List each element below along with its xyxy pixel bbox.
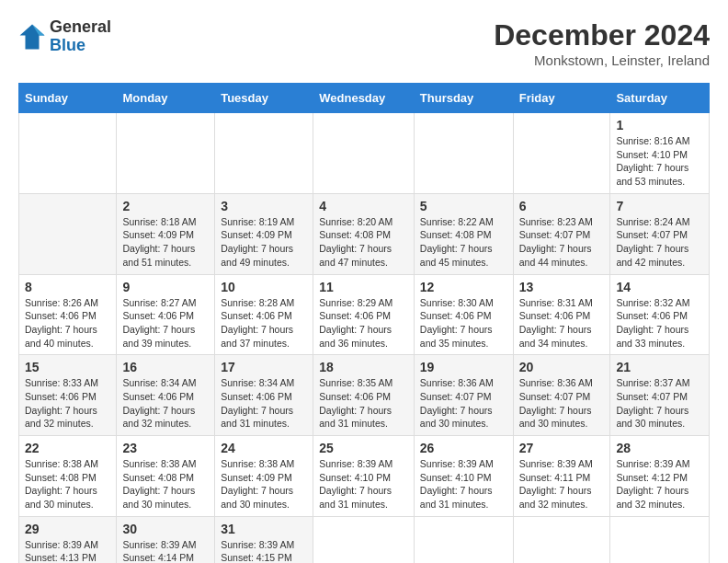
day-info: Sunrise: 8:39 AMSunset: 4:12 PMDaylight:… xyxy=(616,457,703,511)
day-info: Sunrise: 8:34 AMSunset: 4:06 PMDaylight:… xyxy=(122,376,209,431)
weekday-header: Friday xyxy=(513,84,610,113)
calendar-cell: 10 Sunrise: 8:28 AMSunset: 4:06 PMDaylig… xyxy=(215,274,313,355)
calendar-cell: 11 Sunrise: 8:29 AMSunset: 4:06 PMDaylig… xyxy=(313,274,415,355)
day-number: 29 xyxy=(25,522,110,536)
day-number: 25 xyxy=(319,441,408,455)
calendar-header-row: SundayMondayTuesdayWednesdayThursdayFrid… xyxy=(19,84,710,113)
calendar-cell: 5 Sunrise: 8:22 AMSunset: 4:08 PMDayligh… xyxy=(414,193,513,274)
day-number: 4 xyxy=(319,199,408,213)
logo-icon xyxy=(18,23,46,51)
day-number: 9 xyxy=(122,280,209,294)
day-number: 3 xyxy=(221,199,307,213)
day-number: 20 xyxy=(519,360,605,374)
weekday-header: Wednesday xyxy=(313,84,415,113)
calendar-cell: 20 Sunrise: 8:36 AMSunset: 4:07 PMDaylig… xyxy=(513,355,610,436)
day-info: Sunrise: 8:39 AMSunset: 4:13 PMDaylight:… xyxy=(25,538,110,563)
calendar-week-row: 1 Sunrise: 8:16 AMSunset: 4:10 PMDayligh… xyxy=(19,113,710,194)
day-number: 22 xyxy=(25,441,110,455)
calendar-cell-empty xyxy=(19,193,117,274)
calendar-week-row: 8 Sunrise: 8:26 AMSunset: 4:06 PMDayligh… xyxy=(19,274,710,355)
day-info: Sunrise: 8:38 AMSunset: 4:08 PMDaylight:… xyxy=(25,457,110,511)
calendar-cell: 29 Sunrise: 8:39 AMSunset: 4:13 PMDaylig… xyxy=(19,516,117,563)
weekday-header: Sunday xyxy=(19,84,117,113)
title-area: December 2024 Monkstown, Leinster, Irela… xyxy=(494,18,710,68)
day-info: Sunrise: 8:30 AMSunset: 4:06 PMDaylight:… xyxy=(420,296,507,350)
svg-marker-0 xyxy=(20,24,45,49)
calendar-cell: 23 Sunrise: 8:38 AMSunset: 4:08 PMDaylig… xyxy=(117,436,215,517)
weekday-header: Thursday xyxy=(414,84,513,113)
calendar-week-row: 29 Sunrise: 8:39 AMSunset: 4:13 PMDaylig… xyxy=(19,516,710,563)
month-title: December 2024 xyxy=(494,18,710,52)
logo-general: General xyxy=(50,18,111,37)
day-number: 19 xyxy=(420,360,507,374)
day-info: Sunrise: 8:24 AMSunset: 4:07 PMDaylight:… xyxy=(616,215,703,270)
day-info: Sunrise: 8:28 AMSunset: 4:06 PMDaylight:… xyxy=(221,296,307,350)
day-number: 16 xyxy=(122,360,209,374)
day-number: 26 xyxy=(420,441,507,455)
day-info: Sunrise: 8:22 AMSunset: 4:08 PMDaylight:… xyxy=(420,215,507,270)
day-info: Sunrise: 8:37 AMSunset: 4:07 PMDaylight:… xyxy=(616,376,703,431)
day-number: 6 xyxy=(519,199,605,213)
calendar-week-row: 22 Sunrise: 8:38 AMSunset: 4:08 PMDaylig… xyxy=(19,436,710,517)
calendar-cell-empty xyxy=(117,113,215,194)
day-info: Sunrise: 8:19 AMSunset: 4:09 PMDaylight:… xyxy=(221,215,307,270)
day-info: Sunrise: 8:39 AMSunset: 4:10 PMDaylight:… xyxy=(319,457,408,511)
logo-blue: Blue xyxy=(50,37,111,55)
calendar-cell-empty xyxy=(313,516,415,563)
weekday-header: Monday xyxy=(117,84,215,113)
day-number: 1 xyxy=(616,118,703,132)
calendar-cell-empty xyxy=(19,113,117,194)
calendar-cell: 26 Sunrise: 8:39 AMSunset: 4:10 PMDaylig… xyxy=(414,436,513,517)
calendar-cell: 19 Sunrise: 8:36 AMSunset: 4:07 PMDaylig… xyxy=(414,355,513,436)
day-number: 18 xyxy=(319,360,408,374)
calendar-cell-empty xyxy=(414,113,513,194)
day-info: Sunrise: 8:39 AMSunset: 4:11 PMDaylight:… xyxy=(519,457,605,511)
day-number: 2 xyxy=(122,199,209,213)
calendar-table: SundayMondayTuesdayWednesdayThursdayFrid… xyxy=(18,83,710,563)
calendar-cell: 8 Sunrise: 8:26 AMSunset: 4:06 PMDayligh… xyxy=(19,274,117,355)
day-number: 11 xyxy=(319,280,408,294)
day-info: Sunrise: 8:36 AMSunset: 4:07 PMDaylight:… xyxy=(420,376,507,431)
day-info: Sunrise: 8:29 AMSunset: 4:06 PMDaylight:… xyxy=(319,296,408,350)
day-number: 24 xyxy=(221,441,307,455)
day-number: 8 xyxy=(25,280,110,294)
logo-text: General Blue xyxy=(50,18,111,55)
day-number: 23 xyxy=(122,441,209,455)
calendar-cell: 17 Sunrise: 8:34 AMSunset: 4:06 PMDaylig… xyxy=(215,355,313,436)
calendar-week-row: 2 Sunrise: 8:18 AMSunset: 4:09 PMDayligh… xyxy=(19,193,710,274)
calendar-cell: 24 Sunrise: 8:38 AMSunset: 4:09 PMDaylig… xyxy=(215,436,313,517)
calendar-cell: 16 Sunrise: 8:34 AMSunset: 4:06 PMDaylig… xyxy=(117,355,215,436)
calendar-cell: 6 Sunrise: 8:23 AMSunset: 4:07 PMDayligh… xyxy=(513,193,610,274)
location: Monkstown, Leinster, Ireland xyxy=(494,52,710,68)
day-number: 28 xyxy=(616,441,703,455)
calendar-cell: 21 Sunrise: 8:37 AMSunset: 4:07 PMDaylig… xyxy=(610,355,710,436)
day-info: Sunrise: 8:39 AMSunset: 4:10 PMDaylight:… xyxy=(420,457,507,511)
day-number: 30 xyxy=(122,522,209,536)
day-number: 10 xyxy=(221,280,307,294)
calendar-cell: 22 Sunrise: 8:38 AMSunset: 4:08 PMDaylig… xyxy=(19,436,117,517)
calendar-cell-empty xyxy=(215,113,313,194)
calendar-cell: 18 Sunrise: 8:35 AMSunset: 4:06 PMDaylig… xyxy=(313,355,415,436)
day-info: Sunrise: 8:38 AMSunset: 4:08 PMDaylight:… xyxy=(122,457,209,511)
day-number: 17 xyxy=(221,360,307,374)
page-header: General Blue December 2024 Monkstown, Le… xyxy=(18,18,710,68)
day-info: Sunrise: 8:16 AMSunset: 4:10 PMDaylight:… xyxy=(616,134,703,189)
day-number: 13 xyxy=(519,280,605,294)
calendar-cell: 28 Sunrise: 8:39 AMSunset: 4:12 PMDaylig… xyxy=(610,436,710,517)
calendar-cell: 25 Sunrise: 8:39 AMSunset: 4:10 PMDaylig… xyxy=(313,436,415,517)
calendar-cell-empty xyxy=(513,113,610,194)
calendar-cell: 30 Sunrise: 8:39 AMSunset: 4:14 PMDaylig… xyxy=(117,516,215,563)
day-info: Sunrise: 8:18 AMSunset: 4:09 PMDaylight:… xyxy=(122,215,209,270)
calendar-cell: 15 Sunrise: 8:33 AMSunset: 4:06 PMDaylig… xyxy=(19,355,117,436)
day-info: Sunrise: 8:39 AMSunset: 4:15 PMDaylight:… xyxy=(221,538,307,563)
day-info: Sunrise: 8:32 AMSunset: 4:06 PMDaylight:… xyxy=(616,296,703,350)
day-info: Sunrise: 8:39 AMSunset: 4:14 PMDaylight:… xyxy=(122,538,209,563)
calendar-cell: 14 Sunrise: 8:32 AMSunset: 4:06 PMDaylig… xyxy=(610,274,710,355)
day-info: Sunrise: 8:36 AMSunset: 4:07 PMDaylight:… xyxy=(519,376,605,431)
calendar-cell: 1 Sunrise: 8:16 AMSunset: 4:10 PMDayligh… xyxy=(610,113,710,194)
weekday-header: Tuesday xyxy=(215,84,313,113)
day-info: Sunrise: 8:38 AMSunset: 4:09 PMDaylight:… xyxy=(221,457,307,511)
calendar-cell: 27 Sunrise: 8:39 AMSunset: 4:11 PMDaylig… xyxy=(513,436,610,517)
calendar-cell: 12 Sunrise: 8:30 AMSunset: 4:06 PMDaylig… xyxy=(414,274,513,355)
calendar-cell: 13 Sunrise: 8:31 AMSunset: 4:06 PMDaylig… xyxy=(513,274,610,355)
